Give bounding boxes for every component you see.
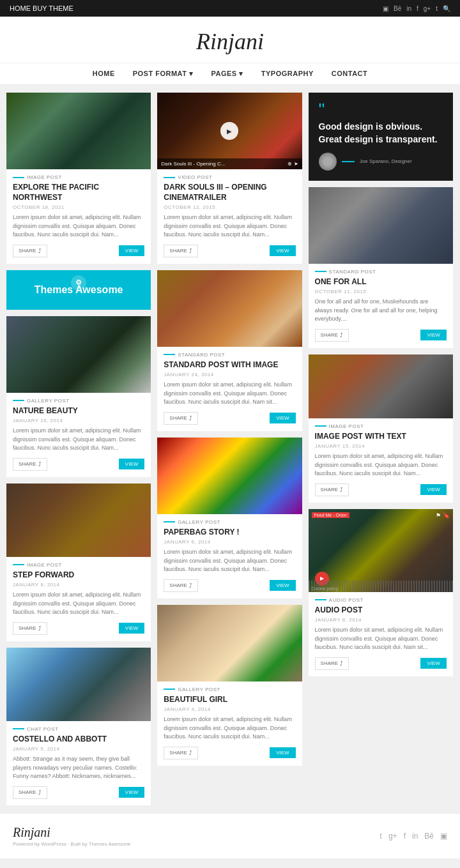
video-thumbnail: ▶ Dark Souls III - Opening C... ⊕ ➤ bbox=[157, 93, 302, 169]
post-excerpt: Lorem ipsum dolor sit amet, adipiscing e… bbox=[13, 213, 144, 240]
card-body: AUDIO POST AUDIO POST JANUARY 8, 2014 Lo… bbox=[309, 592, 453, 676]
card-body: IMAGE POST IMAGE POST WITH TEXT JANUARY … bbox=[309, 418, 453, 503]
card-actions: SHARE VIEW bbox=[164, 245, 295, 257]
view-button[interactable]: VIEW bbox=[420, 484, 446, 495]
column-2: ▶ Dark Souls III - Opening C... ⊕ ➤ VIDE… bbox=[157, 93, 302, 805]
ad-banner[interactable]: ⚙ Themes Awesome bbox=[6, 270, 151, 310]
nav-contact[interactable]: CONTACT bbox=[332, 70, 367, 78]
footer-behance-icon[interactable]: Bē bbox=[424, 832, 434, 841]
card-actions: SHARE VIEW bbox=[164, 747, 295, 759]
card-actions: SHARE VIEW bbox=[315, 329, 447, 342]
share-button[interactable]: SHARE bbox=[13, 786, 47, 799]
post-excerpt: Lorem ipsum dolor sit amet, adipiscing e… bbox=[164, 715, 295, 742]
share-button[interactable]: SHARE bbox=[13, 245, 47, 257]
post-title: ONE FOR ALL bbox=[315, 277, 447, 287]
post-date: JANUARY 9, 2014 bbox=[13, 582, 144, 588]
nav-buy-link[interactable]: BUY THEME bbox=[33, 4, 73, 12]
footer-social-icons: t g+ f in Bē ▣ bbox=[380, 832, 447, 841]
main-content: IMAGE POST EXPLORE THE PACIFIC NORTHWEST… bbox=[0, 85, 460, 813]
share-button[interactable]: SHARE bbox=[315, 657, 349, 670]
post-type-label: IMAGE POST bbox=[13, 174, 144, 180]
quote-author-avatar bbox=[319, 153, 337, 171]
card-body: STANDARD POST ONE FOR ALL OCTOBER 11, 20… bbox=[309, 264, 453, 348]
post-excerpt: One for all and all for one, Muskehounds… bbox=[315, 298, 447, 324]
view-button[interactable]: VIEW bbox=[420, 330, 446, 340]
post-image bbox=[309, 354, 453, 418]
nav-post-format[interactable]: POST FORMAT ▾ bbox=[133, 70, 194, 78]
column-3: " Good design is obvious. Great design i… bbox=[309, 93, 453, 805]
footer-gplus-icon[interactable]: g+ bbox=[388, 832, 397, 841]
quote-text: Good design is obvious. Great design is … bbox=[319, 121, 443, 146]
footer-tagline: Powered by WordPress · Built by Themes A… bbox=[13, 841, 131, 847]
facebook-icon[interactable]: f bbox=[417, 5, 418, 12]
post-excerpt: Lorem ipsum dolor sit amet, adipiscing e… bbox=[164, 381, 295, 407]
instagram-icon[interactable]: ▣ bbox=[383, 5, 388, 12]
footer-instagram-icon[interactable]: ▣ bbox=[440, 832, 447, 841]
post-beautiful-girl: GALLERY POST BEAUTIFUL GIRL JANUARY 4, 2… bbox=[157, 605, 302, 766]
ad-icon: ⚙ bbox=[71, 275, 86, 291]
view-button[interactable]: VIEW bbox=[119, 623, 144, 634]
quote-accent bbox=[342, 161, 355, 162]
column-1: IMAGE POST EXPLORE THE PACIFIC NORTHWEST… bbox=[6, 93, 151, 805]
post-excerpt: Lorem ipsum dolor sit amet, adipiscing e… bbox=[13, 427, 144, 453]
view-button[interactable]: VIEW bbox=[420, 658, 446, 669]
view-button[interactable]: VIEW bbox=[119, 459, 144, 469]
nav-typography[interactable]: TYPOGRAPHY bbox=[261, 70, 314, 78]
view-button[interactable]: VIEW bbox=[270, 580, 295, 591]
post-date: JANUARY 5, 2014 bbox=[13, 746, 144, 752]
post-title: COSTELLO AND ABBOTT bbox=[13, 735, 144, 745]
behance-icon[interactable]: Bē bbox=[394, 5, 401, 12]
quote-author-info: Joe Sparano, Designer bbox=[342, 158, 412, 164]
google-plus-icon[interactable]: g+ bbox=[424, 5, 431, 12]
share-button[interactable]: SHARE bbox=[315, 329, 349, 342]
footer-facebook-icon[interactable]: f bbox=[404, 832, 406, 841]
post-type-label: GALLERY POST bbox=[164, 687, 295, 692]
quote-author-name: Joe Sparano, Designer bbox=[360, 158, 412, 164]
share-button[interactable]: SHARE bbox=[13, 458, 47, 471]
top-nav: HOME BUY THEME ▣ Bē in f g+ t 🔍 bbox=[0, 0, 460, 17]
card-body: GALLERY POST NATURE BEAUTY JANUARY 16, 2… bbox=[6, 393, 151, 477]
nav-home[interactable]: HOME bbox=[93, 70, 115, 78]
post-type-label: VIDEO POST bbox=[164, 174, 295, 180]
post-title: STEP FORWARD bbox=[13, 570, 144, 581]
site-logo[interactable]: Rinjani bbox=[0, 28, 460, 55]
view-button[interactable]: VIEW bbox=[270, 747, 295, 758]
share-button[interactable]: SHARE bbox=[13, 622, 47, 635]
card-actions: SHARE VIEW bbox=[13, 786, 144, 799]
post-excerpt: Abbott: Strange as it may seem, they giv… bbox=[13, 755, 144, 781]
card-actions: SHARE VIEW bbox=[13, 458, 144, 471]
site-footer: Rinjani Powered by WordPress · Built by … bbox=[0, 813, 460, 858]
share-button[interactable]: SHARE bbox=[164, 579, 198, 592]
post-paperbag: GALLERY POST PAPERBAG STORY ! JANUARY 6,… bbox=[157, 438, 302, 598]
post-excerpt: Lorem ipsum dolor sit amet, adipiscing e… bbox=[315, 626, 447, 652]
footer-left: Rinjani Powered by WordPress · Built by … bbox=[13, 825, 131, 847]
play-button[interactable]: ▶ bbox=[220, 122, 238, 140]
share-button[interactable]: SHARE bbox=[164, 245, 198, 257]
twitter-icon[interactable]: t bbox=[436, 5, 438, 12]
bookmark-icon: 🔖 bbox=[443, 512, 450, 519]
linkedin-icon[interactable]: in bbox=[406, 5, 411, 12]
post-date: OCTOBER 18, 2021 bbox=[13, 204, 144, 210]
share-button[interactable]: SHARE bbox=[164, 747, 198, 759]
footer-twitter-icon[interactable]: t bbox=[380, 832, 382, 841]
post-type-label: CHAT POST bbox=[13, 726, 144, 732]
post-title: EXPLORE THE PACIFIC NORTHWEST bbox=[13, 183, 144, 202]
view-button[interactable]: VIEW bbox=[270, 413, 295, 423]
view-button[interactable]: VIEW bbox=[119, 245, 144, 256]
video-title-overlay: Dark Souls III - Opening C... bbox=[161, 161, 225, 167]
share-button[interactable]: SHARE bbox=[315, 483, 349, 496]
nav-home-link[interactable]: HOME bbox=[10, 4, 31, 12]
post-type-label: GALLERY POST bbox=[13, 398, 144, 404]
search-icon[interactable]: 🔍 bbox=[443, 5, 450, 12]
card-actions: SHARE VIEW bbox=[315, 483, 447, 496]
share-button[interactable]: SHARE bbox=[164, 412, 198, 425]
footer-linkedin-icon[interactable]: in bbox=[412, 832, 418, 841]
nav-pages[interactable]: PAGES ▾ bbox=[211, 70, 243, 78]
cookie-policy[interactable]: Cookie policy bbox=[312, 586, 339, 591]
audio-thumbnail: Feed Me - Orion ▶ ⚑ 🔖 Cookie policy bbox=[309, 509, 453, 592]
card-body: GALLERY POST BEAUTIFUL GIRL JANUARY 4, 2… bbox=[157, 681, 302, 766]
card-body: CHAT POST COSTELLO AND ABBOTT JANUARY 5,… bbox=[6, 721, 151, 805]
view-button[interactable]: VIEW bbox=[119, 787, 144, 798]
view-button[interactable]: VIEW bbox=[270, 245, 295, 256]
post-title: NATURE BEAUTY bbox=[13, 406, 144, 416]
